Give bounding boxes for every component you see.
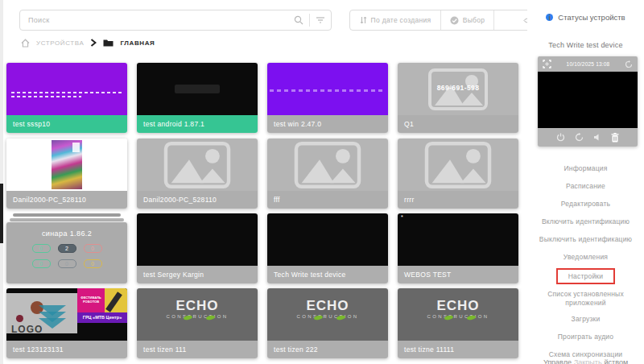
device-group-tile[interactable]: синара 1.86.2 0 2 0 0 0 0 <box>6 213 127 283</box>
device-label: test 123123131 <box>6 341 127 358</box>
device-tile[interactable]: rrrr <box>398 139 518 209</box>
breadcrumb-root[interactable]: УСТРОЙСТВА <box>36 39 84 47</box>
echo-logo-text: ECHO <box>175 298 218 314</box>
power-icon[interactable] <box>556 133 565 142</box>
device-thumbnail: ECHO CONSTRUCTION <box>137 288 258 341</box>
screenshot-frame-icon[interactable] <box>543 60 551 68</box>
echo-logo-subtext: CONSTRUCTION <box>398 314 518 319</box>
device-tile[interactable]: ECHO CONSTRUCTION test tizen 111 <box>137 288 258 358</box>
device-thumbnail: ECHO CONSTRUCTION <box>398 288 518 341</box>
device-tile[interactable]: Danil2000-PC_528110 <box>6 139 127 209</box>
device-label: Danil2000-PC_528110 <box>137 191 258 209</box>
device-tile[interactable]: Danil2000-PC_528110 <box>137 139 258 209</box>
image-placeholder-icon <box>161 142 233 188</box>
device-label: rrrr <box>398 191 518 209</box>
preview-timestamp: 10/10/2025 13:08 <box>567 61 610 67</box>
menu-item-enable-identification[interactable]: Включить идентификацию <box>527 213 644 230</box>
device-tile[interactable]: test sssp10 <box>6 63 127 133</box>
delete-icon[interactable] <box>611 133 619 143</box>
thumbnail-overlay-text: 869-691-598 <box>398 84 518 92</box>
device-label: test android 1.87.1 <box>137 115 258 133</box>
group-card: синара 1.86.2 0 2 0 0 0 0 <box>6 222 127 283</box>
status-badge: 2 <box>58 244 76 253</box>
menu-item-downloads[interactable]: Загрузки <box>527 310 644 328</box>
scrollbar-thumb[interactable] <box>0 184 3 243</box>
device-label: test win 2.47.0 <box>267 115 388 133</box>
status-badge: 0 <box>58 259 76 268</box>
selected-device-name: Tech Write test device <box>527 41 644 49</box>
device-tile[interactable]: fff <box>267 139 388 209</box>
device-thumbnail: 869-691-598 <box>398 63 518 115</box>
settings-highlight-box[interactable]: Настройки <box>556 268 615 284</box>
footer-text-right: йством <box>605 358 629 364</box>
thumbnail-image <box>52 140 82 189</box>
volume-mute-icon[interactable] <box>593 133 601 142</box>
menu-item-settings[interactable]: Настройки <box>527 266 644 287</box>
device-tile[interactable]: LOGO ФЕСТИВАЛЬ РОБОТОВ ГРЦ «МТВ Центр» t… <box>6 288 127 358</box>
preview-screen <box>538 72 638 128</box>
footer-text-left: Управле <box>543 358 572 364</box>
collage-robot-block <box>105 288 127 312</box>
device-tile[interactable]: ECHO CONSTRUCTION test tizen 222 <box>267 288 388 358</box>
refresh-icon[interactable] <box>625 60 633 68</box>
close-button[interactable]: Закрыть <box>574 358 602 364</box>
device-preview-player: 10/10/2025 13:08 <box>538 56 638 147</box>
device-label: WEBOS TEST <box>398 266 518 283</box>
menu-item-play-audio[interactable]: Проиграть аудио <box>527 328 644 345</box>
status-badge: 0 <box>32 259 51 268</box>
echo-accent <box>184 315 193 321</box>
device-tile[interactable]: test Sergey Kargin <box>137 213 258 283</box>
sidebar-footer-row: УправлеЗакрытьйством <box>527 358 644 364</box>
device-tile[interactable]: 869-691-598 Q1 <box>398 63 518 133</box>
echo-logo-subtext: CONSTRUCTION <box>137 314 258 319</box>
device-tile[interactable]: * WEBOS TEST <box>398 213 518 283</box>
status-badges-row: 0 0 0 <box>6 259 127 268</box>
device-label: test Sergey Kargin <box>137 266 258 283</box>
collage-chevron-graphic <box>39 309 66 329</box>
search-icon[interactable] <box>288 10 309 30</box>
group-stack-layer <box>13 213 121 217</box>
check-circle-icon <box>450 16 459 25</box>
filter-icon[interactable] <box>310 10 331 30</box>
device-thumbnail <box>267 63 388 115</box>
echo-accent <box>206 315 216 321</box>
device-thumbnail <box>6 139 127 191</box>
device-tile[interactable]: test win 2.47.0 <box>267 63 388 133</box>
menu-item-information[interactable]: Информация <box>527 159 644 177</box>
restart-icon[interactable] <box>575 133 584 142</box>
device-tile[interactable]: Tech Write test device <box>267 213 388 283</box>
select-label: Выбор <box>463 16 485 24</box>
menu-item-disable-identification[interactable]: Выключить идентификацию <box>527 230 644 248</box>
search-input[interactable] <box>20 16 288 24</box>
device-label: Q1 <box>398 115 518 133</box>
home-icon[interactable] <box>21 39 30 48</box>
preview-controls <box>538 128 638 147</box>
status-badge: 0 <box>32 244 51 253</box>
sort-by-date-button[interactable]: По дате создания <box>350 10 440 30</box>
left-scrollbar[interactable] <box>0 0 3 364</box>
preview-header: 10/10/2025 13:08 <box>538 56 638 72</box>
echo-logo: ECHO CONSTRUCTION <box>267 298 388 319</box>
image-placeholder-icon <box>291 142 364 188</box>
echo-logo-text: ECHO <box>306 298 349 314</box>
menu-item-schedule[interactable]: Расписание <box>527 177 644 195</box>
echo-accent <box>444 315 454 321</box>
echo-logo: ECHO CONSTRUCTION <box>398 298 518 319</box>
select-mode-button[interactable]: Выбор <box>440 10 493 30</box>
sort-label: По дате создания <box>371 16 431 24</box>
menu-item-edit[interactable]: Редактировать <box>527 195 644 213</box>
sort-icon <box>360 16 367 24</box>
device-tile[interactable]: test android 1.87.1 <box>137 63 258 133</box>
device-tile[interactable]: ECHO CONSTRUCTION test tizne 11111 <box>398 288 518 358</box>
device-label: test tizne 11111 <box>398 341 518 358</box>
status-badge: 0 <box>84 244 102 253</box>
menu-item-notifications[interactable]: Уведомления <box>527 248 644 266</box>
status-badge: 0 <box>84 259 102 268</box>
device-label: test tizen 111 <box>137 341 258 358</box>
collage-festival-block: ФЕСТИВАЛЬ РОБОТОВ <box>77 288 105 312</box>
device-label: fff <box>267 191 388 209</box>
breadcrumb: УСТРОЙСТВА ГЛАВНАЯ <box>21 37 155 48</box>
menu-item-installed-apps[interactable]: Список установленных приложений <box>527 287 644 310</box>
echo-logo-text: ECHO <box>436 298 479 314</box>
device-status-sidebar: i Статусы устройств Tech Write test devi… <box>527 0 644 364</box>
